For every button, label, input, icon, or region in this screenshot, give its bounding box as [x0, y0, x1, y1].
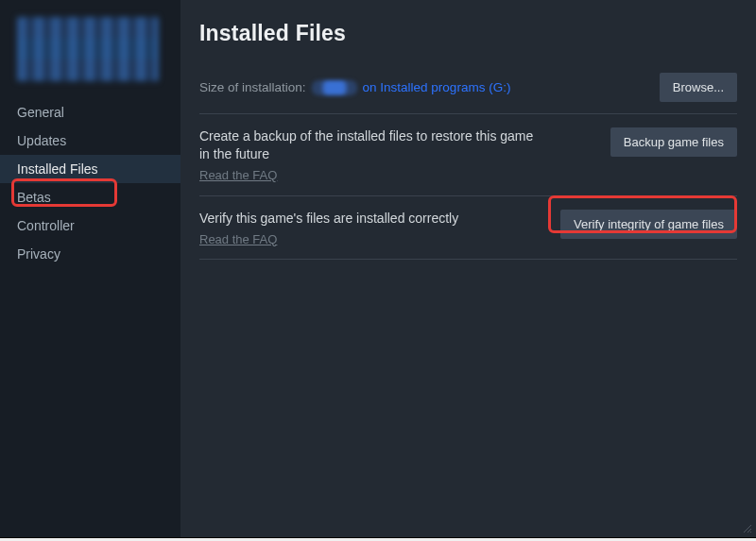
backup-game-files-button[interactable]: Backup game files	[610, 127, 737, 157]
backup-faq-link[interactable]: Read the FAQ	[199, 167, 277, 184]
verify-description: Verify this game's files are installed c…	[199, 211, 458, 226]
browse-button[interactable]: Browse...	[660, 73, 737, 102]
install-size-label: Size of installation:	[199, 80, 306, 94]
main-content: Installed Files Size of installation: on…	[180, 0, 756, 537]
backup-description: Create a backup of the installed files t…	[199, 128, 533, 161]
sidebar-item-controller[interactable]: Controller	[0, 211, 180, 240]
separator	[199, 259, 737, 260]
separator	[199, 195, 737, 196]
install-size-value-blurred	[312, 80, 357, 95]
verify-row: Verify this game's files are installed c…	[199, 210, 737, 248]
sidebar-item-privacy[interactable]: Privacy	[0, 240, 180, 268]
sidebar-item-betas[interactable]: Betas	[0, 183, 180, 211]
sidebar-nav: General Updates Installed Files Betas Co…	[0, 98, 180, 268]
properties-window: General Updates Installed Files Betas Co…	[0, 0, 756, 537]
sidebar: General Updates Installed Files Betas Co…	[0, 0, 180, 537]
sidebar-item-installed-files[interactable]: Installed Files	[0, 155, 180, 183]
sidebar-item-updates[interactable]: Updates	[0, 127, 180, 155]
install-location-link[interactable]: on Installed programs (G:)	[363, 80, 511, 94]
svg-line-4	[744, 525, 751, 533]
svg-line-6	[750, 532, 751, 533]
page-title: Installed Files	[199, 21, 737, 46]
sidebar-item-general[interactable]: General	[0, 98, 180, 127]
separator	[199, 113, 737, 114]
backup-row: Create a backup of the installed files t…	[199, 127, 737, 184]
install-size-row: Size of installation: on Installed progr…	[199, 73, 737, 102]
game-header-thumbnail	[17, 17, 159, 81]
resize-grip-icon[interactable]	[741, 522, 754, 535]
verify-integrity-button[interactable]: Verify integrity of game files	[560, 210, 737, 239]
verify-faq-link[interactable]: Read the FAQ	[199, 231, 277, 248]
